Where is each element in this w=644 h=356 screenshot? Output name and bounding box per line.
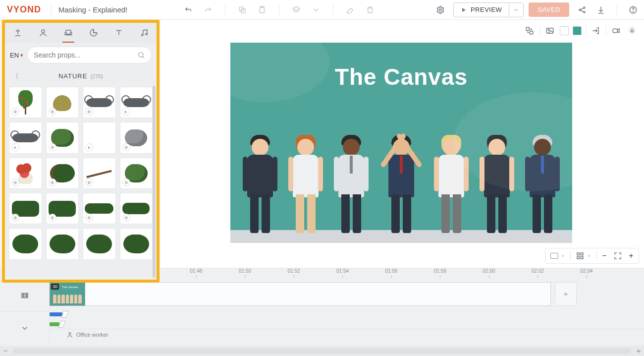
svg-point-13 — [139, 53, 143, 57]
character[interactable] — [522, 124, 563, 233]
prop-thumb[interactable]: ⊕ — [46, 193, 79, 224]
character[interactable] — [331, 124, 372, 233]
layers-button[interactable] — [290, 4, 302, 16]
help-button[interactable] — [627, 4, 639, 16]
timeline-zoom-in[interactable]: ＋ — [633, 346, 644, 356]
preview-button[interactable]: PREVIEW — [454, 3, 509, 17]
tab-audio[interactable] — [136, 25, 152, 41]
prop-thumb[interactable] — [120, 228, 153, 259]
scene-extent[interactable] — [85, 282, 551, 306]
character[interactable] — [240, 124, 280, 233]
zoom-icon[interactable]: ⊕ — [122, 178, 130, 186]
download-button[interactable] — [595, 4, 607, 16]
zoom-icon[interactable]: ⊕ — [11, 178, 19, 186]
enter-exit-button[interactable] — [590, 25, 602, 37]
share-button[interactable] — [576, 4, 588, 16]
color-white[interactable] — [560, 26, 569, 35]
scroll-track[interactable] — [13, 349, 631, 354]
prop-thumb[interactable]: ⊕ — [120, 158, 153, 189]
zoom-icon[interactable]: ⊕ — [49, 214, 56, 222]
color-teal[interactable] — [573, 26, 582, 35]
tab-text[interactable] — [111, 25, 127, 41]
prop-thumb[interactable]: ⊕ — [46, 87, 79, 118]
play-icon[interactable]: ▸ — [11, 143, 19, 151]
prop-thumb[interactable] — [46, 228, 79, 259]
add-scene-button[interactable]: ＋ — [555, 282, 577, 306]
zoom-icon[interactable]: ⊕ — [85, 108, 93, 116]
tab-chart[interactable] — [86, 25, 102, 41]
prop-thumb[interactable]: ▸ — [9, 122, 42, 153]
zoom-icon[interactable]: ⊕ — [49, 108, 56, 116]
prop-thumb[interactable]: ⊕ — [120, 122, 153, 153]
redo-button[interactable] — [202, 4, 214, 16]
replace-bg-button[interactable] — [524, 25, 536, 37]
zoom-in-button[interactable]: + — [627, 250, 636, 262]
erase-button[interactable] — [344, 4, 356, 16]
grid-icon[interactable] — [576, 251, 585, 260]
search-box[interactable] — [27, 47, 152, 63]
language-select[interactable]: EN▾ — [10, 52, 23, 59]
character[interactable] — [376, 124, 426, 233]
play-icon[interactable]: ▸ — [85, 143, 93, 151]
character[interactable] — [431, 124, 472, 233]
layer-row[interactable]: Office worker — [50, 329, 644, 340]
zoom-icon[interactable]: ⊕ — [122, 143, 130, 151]
copy-button[interactable] — [236, 4, 248, 16]
project-title[interactable]: Masking - Explained! — [58, 5, 127, 14]
camera-button[interactable] — [610, 25, 622, 37]
prop-thumb[interactable]: ▸ — [120, 87, 153, 118]
back-button[interactable]: 〈 — [12, 72, 19, 81]
zoom-out-button[interactable]: − — [600, 250, 609, 262]
zoom-icon[interactable]: ⊕ — [85, 214, 93, 222]
bg-image-button[interactable] — [544, 25, 556, 37]
prop-thumb[interactable] — [83, 228, 116, 259]
fit-button[interactable] — [612, 250, 624, 262]
paste-button[interactable] — [256, 4, 268, 16]
asset-panel: EN▾ 〈 NATURE (270) ⊕ ⊕ ⊕ ▸ ▸ ⊕ ▸ ⊕ ⊕ ⊕ ⊕… — [2, 20, 160, 283]
prop-thumb[interactable]: ⊕ — [9, 158, 42, 189]
zoom-icon[interactable]: ⊕ — [49, 143, 56, 151]
settings-button[interactable] — [434, 4, 446, 16]
tab-upload[interactable] — [10, 25, 26, 41]
swap-icon — [525, 26, 534, 35]
timeline-scrollbar[interactable]: − ＋ — [0, 346, 644, 356]
undo-button[interactable] — [182, 4, 194, 16]
stage[interactable]: The Canvas — [230, 43, 572, 243]
prop-thumb[interactable]: ▸ — [83, 122, 116, 153]
motion-track-2[interactable] — [50, 320, 644, 329]
chevron-down-icon[interactable] — [587, 253, 591, 258]
scene-clip[interactable]: 30 The Canvas — [50, 282, 85, 306]
prop-thumb[interactable]: ⊕ — [83, 87, 116, 118]
zoom-icon[interactable]: ⊕ — [122, 214, 130, 222]
scene-settings-button[interactable] — [626, 25, 638, 37]
play-icon[interactable]: ▸ — [122, 108, 130, 116]
prop-thumb[interactable]: ⊕ — [120, 193, 153, 224]
timeline-zoom-out[interactable]: − — [0, 347, 11, 356]
layer-down-button[interactable] — [310, 4, 322, 16]
tab-prop[interactable] — [60, 25, 76, 41]
delete-button[interactable] — [364, 4, 376, 16]
preview-dropdown[interactable] — [509, 3, 523, 17]
character[interactable] — [285, 124, 326, 233]
prop-thumb[interactable]: ⊕ — [46, 158, 79, 189]
prop-thumb[interactable]: ⊕ — [83, 158, 116, 189]
character[interactable] — [477, 124, 517, 233]
prop-thumb[interactable]: ⊕ — [9, 87, 42, 118]
motion-track[interactable] — [50, 310, 644, 319]
prop-thumb[interactable]: ⊕ — [46, 122, 79, 153]
zoom-icon[interactable]: ⊕ — [85, 178, 93, 186]
timeline-grid-button[interactable] — [0, 279, 49, 311]
prop-thumb[interactable]: ⊕ — [9, 193, 42, 224]
prop-thumb[interactable] — [9, 228, 42, 259]
scrollbar[interactable] — [153, 86, 156, 278]
aspect-icon[interactable] — [550, 253, 558, 259]
zoom-icon[interactable]: ⊕ — [49, 178, 56, 186]
tab-character[interactable] — [35, 25, 51, 41]
timeline-collapse-button[interactable] — [0, 311, 49, 344]
chevron-down-icon[interactable] — [560, 253, 565, 258]
search-input[interactable] — [34, 51, 137, 59]
tracks[interactable]: 30 The Canvas ＋ Office worker — [50, 279, 644, 344]
prop-thumb[interactable]: ⊕ — [83, 193, 116, 224]
image-icon — [545, 26, 554, 35]
zoom-icon[interactable]: ⊕ — [11, 214, 19, 222]
